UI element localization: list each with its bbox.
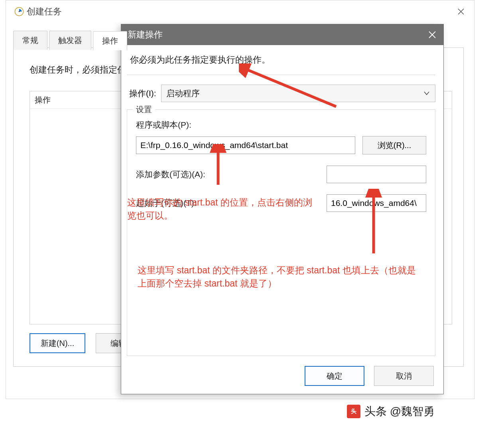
list-col-action[interactable]: 操作: [30, 95, 122, 105]
tab-actions[interactable]: 操作: [93, 31, 127, 50]
watermark-text: 头条 @魏智勇: [364, 404, 435, 419]
task-scheduler-icon: [14, 6, 24, 17]
browse-button[interactable]: 浏览(R)...: [362, 136, 426, 154]
chevron-down-icon: [424, 90, 429, 97]
child-close-button[interactable]: [421, 24, 443, 45]
annotation-arrow-2: [209, 144, 228, 188]
new-action-button[interactable]: 新建(N)...: [30, 333, 85, 353]
parent-close-button[interactable]: [451, 4, 471, 19]
watermark: 头 头条 @魏智勇: [347, 404, 435, 419]
program-input[interactable]: [136, 136, 355, 154]
program-label: 程序或脚本(P):: [136, 119, 426, 130]
parent-title: 创建任务: [27, 6, 62, 18]
annotation-text-2: 这里填写 start.bat 的文件夹路径，不要把 start.bat 也填上去…: [138, 264, 425, 291]
toutiao-logo-icon: 头: [347, 405, 360, 418]
group-legend: 设置: [133, 104, 155, 115]
settings-group: 设置 程序或脚本(P): 浏览(R)... 添加参数(可选)(A): 起始于(可…: [127, 109, 435, 356]
panel-hint: 创建任务时，必须指定任: [30, 64, 126, 76]
child-titlebar: 新建操作: [121, 24, 443, 45]
action-label: 操作(I):: [127, 88, 156, 99]
tab-general[interactable]: 常规: [13, 31, 47, 50]
tab-triggers[interactable]: 触发器: [49, 31, 91, 50]
cancel-button[interactable]: 取消: [374, 366, 434, 386]
svg-line-2: [244, 68, 336, 107]
dialog-body: 你必须为此任务指定要执行的操作。 操作(I): 启动程序 设置 程序或脚本(P)…: [121, 45, 443, 364]
new-action-dialog: 新建操作 你必须为此任务指定要执行的操作。 操作(I): 启动程序 设置 程序或…: [121, 24, 444, 394]
parent-titlebar: 创建任务: [6, 0, 474, 23]
ok-button[interactable]: 确定: [305, 366, 364, 386]
tabstrip: 常规 触发器 操作: [13, 31, 127, 50]
annotation-arrow-3: [365, 189, 383, 257]
svg-point-1: [19, 11, 20, 12]
args-label: 添加参数(可选)(A):: [136, 169, 205, 180]
args-input[interactable]: [327, 166, 426, 183]
child-title: 新建操作: [128, 29, 163, 41]
action-value: 启动程序: [166, 88, 200, 99]
annotation-text-1: 这里填写你的 start.bat 的位置，点击右侧的浏览也可以。: [127, 196, 319, 223]
annotation-arrow-1: [239, 63, 343, 111]
dialog-footer: 确定 取消: [305, 366, 434, 386]
